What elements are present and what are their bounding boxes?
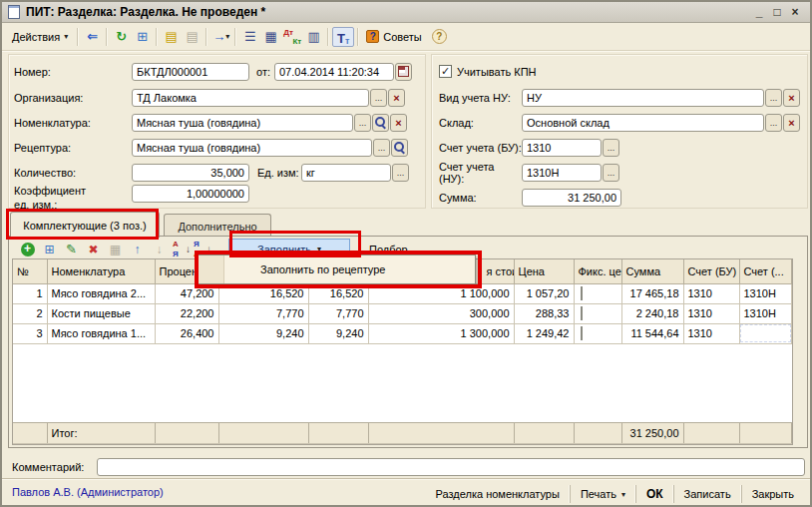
recipe-search-button[interactable]	[391, 139, 408, 157]
cell-sum[interactable]: 17 465,18	[621, 283, 683, 303]
cell-account-nu-selected[interactable]: 1310Н	[739, 323, 792, 343]
close-form-button[interactable]: Закрыть	[741, 485, 804, 503]
nu-kind-input[interactable]	[522, 89, 764, 107]
refresh-icon[interactable]: ↻	[111, 27, 132, 47]
unit-select-button[interactable]: ...	[392, 164, 409, 182]
post-document-icon[interactable]: ▤	[161, 27, 182, 47]
recipe-input[interactable]	[132, 139, 372, 157]
account-bu-select-button[interactable]: ...	[603, 139, 619, 157]
col-sum[interactable]: Сумма	[621, 259, 683, 283]
sort-ascending-icon[interactable]: А Я ↓	[171, 240, 191, 258]
account-nu-select-button[interactable]: ...	[603, 164, 619, 182]
tips-button[interactable]: ? Советы	[362, 30, 425, 43]
cell-account-nu[interactable]: 1310Н	[739, 283, 792, 303]
fixed-price-checkbox[interactable]	[581, 326, 583, 340]
menu-item-fill-by-recipe[interactable]: Заполнить по рецептуре	[224, 255, 475, 283]
col-num[interactable]: №	[13, 259, 47, 283]
cell-qty1[interactable]: 16,520	[218, 283, 308, 303]
current-user-link[interactable]: Павлов А.В. (Администратор)	[12, 486, 164, 498]
cell-qty1[interactable]: 9,240	[218, 323, 308, 343]
cell-num[interactable]: 2	[13, 303, 47, 323]
col-account-bu[interactable]: Счет (БУ)	[683, 259, 739, 283]
quantity-input[interactable]	[132, 164, 249, 182]
cell-fixed-price[interactable]	[574, 303, 621, 323]
coefficient-input[interactable]	[132, 185, 249, 203]
cell-qty2[interactable]: 16,520	[308, 283, 368, 303]
description-toggle-icon[interactable]: Т т	[332, 27, 354, 47]
copy-document-icon[interactable]: ⊞	[132, 27, 153, 47]
copy-row-icon[interactable]: ⊞	[39, 240, 60, 258]
save-close-icon[interactable]: ⇐	[82, 27, 103, 47]
settings-list-icon[interactable]: ▦	[260, 27, 281, 47]
go-to-icon[interactable]: → ▾	[210, 27, 231, 47]
nomenclature-cutting-button[interactable]: Разделка номенклатуры	[426, 485, 570, 503]
cell-account-nu[interactable]: 1310Н	[739, 303, 792, 323]
maximize-button[interactable]: □	[768, 4, 786, 20]
cell-account-bu[interactable]: 1310	[683, 303, 739, 323]
fixed-price-checkbox[interactable]	[581, 306, 583, 320]
cell-name[interactable]: Кости пищевые	[47, 303, 155, 323]
edit-row-icon[interactable]: ✎	[61, 240, 82, 258]
tab-components[interactable]: Комплектующие (3 поз.)	[10, 212, 160, 238]
cell-num[interactable]: 1	[13, 283, 47, 303]
cell-cost[interactable]: 1 100,000	[368, 283, 514, 303]
write-button[interactable]: Записать	[673, 485, 741, 503]
cell-qty1[interactable]: 7,770	[218, 303, 308, 323]
date-input[interactable]	[274, 63, 394, 81]
warehouse-input[interactable]	[522, 114, 764, 132]
tab-additional[interactable]: Дополнительно	[164, 214, 271, 238]
document-journal-icon[interactable]: ▥	[303, 27, 324, 47]
close-button[interactable]: ×	[786, 4, 804, 20]
cell-qty2[interactable]: 9,240	[308, 323, 368, 343]
nu-kind-clear-button[interactable]: ×	[783, 89, 800, 107]
cell-name[interactable]: Мясо говядина 1...	[47, 323, 155, 343]
help-icon[interactable]: ?	[432, 29, 447, 44]
cell-percent[interactable]: 22,200	[155, 303, 218, 323]
account-bu-input[interactable]	[522, 139, 602, 157]
cell-qty2[interactable]: 7,770	[308, 303, 368, 323]
move-up-icon[interactable]: ↑	[127, 240, 148, 258]
kpn-checkbox[interactable]	[439, 65, 452, 78]
cell-cost[interactable]: 1 300,000	[368, 323, 514, 343]
col-price[interactable]: Цена	[514, 259, 574, 283]
organization-clear-button[interactable]: ×	[388, 89, 405, 107]
print-button[interactable]: Печать ▾	[570, 485, 635, 503]
calendar-button[interactable]	[395, 63, 412, 81]
fixed-price-checkbox[interactable]	[581, 286, 583, 300]
cell-num[interactable]: 3	[13, 323, 47, 343]
col-nomenclature[interactable]: Номенклатура	[47, 259, 155, 283]
cell-fixed-price[interactable]	[574, 323, 621, 343]
col-account-nu[interactable]: Счет (...	[739, 259, 792, 283]
cell-percent[interactable]: 26,400	[155, 323, 218, 343]
warehouse-select-button[interactable]: ...	[765, 114, 782, 132]
nomenclature-clear-button[interactable]: ×	[390, 114, 407, 132]
recipe-select-button[interactable]: ...	[373, 139, 390, 157]
cell-sum[interactable]: 2 240,18	[621, 303, 683, 323]
dt-kt-postings-icon[interactable]: Дт Кт	[281, 27, 303, 47]
number-input[interactable]	[132, 63, 249, 81]
cell-sum[interactable]: 11 544,64	[621, 323, 683, 343]
document-structure-icon[interactable]: ☰	[239, 27, 260, 47]
sum-input[interactable]	[522, 189, 621, 207]
cell-account-bu[interactable]: 1310	[683, 323, 739, 343]
nomenclature-input[interactable]	[132, 114, 353, 132]
cell-cost[interactable]: 300,000	[368, 303, 514, 323]
cell-name[interactable]: Мясо говядина 2...	[47, 283, 155, 303]
warehouse-clear-button[interactable]: ×	[783, 114, 800, 132]
cell-price[interactable]: 288,33	[514, 303, 574, 323]
unit-input[interactable]	[301, 164, 391, 182]
minimize-button[interactable]: _	[750, 4, 768, 20]
cell-price[interactable]: 1 057,20	[514, 283, 574, 303]
delete-row-icon[interactable]: ✖	[83, 240, 104, 258]
account-nu-input[interactable]	[522, 164, 602, 182]
cell-price[interactable]: 1 249,42	[514, 323, 574, 343]
cell-percent[interactable]: 47,200	[155, 283, 218, 303]
add-row-icon[interactable]: +	[17, 240, 38, 258]
actions-menu-button[interactable]: Действия ▾	[6, 29, 74, 45]
cell-account-bu[interactable]: 1310	[683, 283, 739, 303]
cell-fixed-price[interactable]	[574, 283, 621, 303]
organization-select-button[interactable]: ...	[370, 89, 387, 107]
ok-button[interactable]: ОК	[635, 485, 673, 503]
comment-input[interactable]	[97, 458, 805, 476]
col-fixed-price[interactable]: Фикс. цена	[574, 259, 621, 283]
